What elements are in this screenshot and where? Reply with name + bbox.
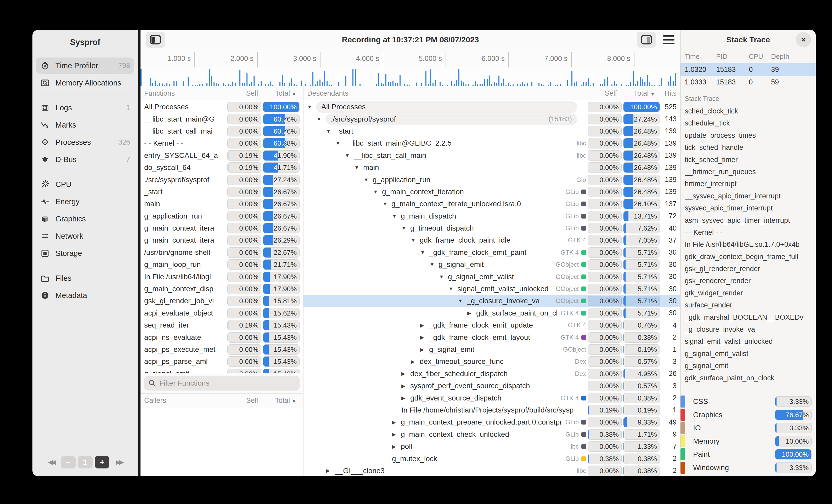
expander-closed-icon[interactable]: ▶: [326, 468, 335, 474]
tree-row[interactable]: ▼__libc_start_call_mainlibc0.00%0.00%26.…: [304, 149, 680, 162]
function-row[interactable]: __libc_start_main@G0.00%0.00%60.76%60.76…: [140, 113, 303, 125]
time-ruler[interactable]: 1.000 s2.000 s3.000 s4.000 s5.000 s6.000…: [140, 50, 680, 67]
tree-row[interactable]: ▼All Processes0.00%0.00%100.00%100.00%52…: [304, 101, 680, 113]
toggle-left-sidebar-button[interactable]: [146, 32, 165, 48]
function-row[interactable]: acpi_ps_parse_aml0.00%0.00%15.43%15.43%: [140, 356, 303, 368]
sidebar-item-time-profiler[interactable]: Time Profiler798: [36, 57, 134, 74]
expander-open-icon[interactable]: ▼: [392, 213, 401, 219]
stack-frame[interactable]: update_process_times: [685, 130, 812, 141]
expander-open-icon[interactable]: ▼: [364, 177, 372, 183]
stack-frame[interactable]: sched_clock_tick: [685, 105, 812, 117]
expander-open-icon[interactable]: ▼: [335, 140, 344, 146]
tree-row[interactable]: ▶dex_timeout_source_funcDex0.00%0.00%0.5…: [304, 356, 680, 368]
function-row[interactable]: All Processes0.00%0.00%100.00%100.00%: [140, 101, 303, 113]
sidebar-item-files[interactable]: Files: [36, 270, 134, 286]
tree-row[interactable]: ▶_gdk_frame_clock_emit_layoutGTK 40.00%0…: [304, 331, 680, 343]
tree-row[interactable]: ▼g_main_context_iterationGLib0.00%0.00%2…: [304, 186, 680, 198]
page-indicator[interactable]: 1: [78, 456, 93, 469]
close-icon[interactable]: ×: [796, 32, 811, 47]
descendants-self-label[interactable]: Self: [584, 89, 620, 97]
expander-open-icon[interactable]: ▼: [448, 286, 457, 292]
sidebar-item-marks[interactable]: Marks: [36, 117, 134, 133]
seek-backward-button[interactable]: ◀◀: [44, 456, 59, 469]
stack-frame[interactable]: gsk_gl_renderer_render: [685, 263, 812, 275]
toggle-right-panel-button[interactable]: [637, 32, 656, 48]
expander-closed-icon[interactable]: ▶: [392, 444, 401, 450]
expander-open-icon[interactable]: ▼: [326, 128, 335, 134]
callers-self-label[interactable]: Self: [226, 397, 261, 405]
zoom-in-button[interactable]: +: [95, 456, 109, 469]
column-label[interactable]: Depth: [771, 53, 800, 61]
stack-frame[interactable]: tick_sched_timer: [685, 154, 812, 166]
sample-row[interactable]: 1.032015183039: [680, 63, 816, 76]
sidebar-item-processes[interactable]: Processes326: [36, 134, 134, 150]
stack-frame[interactable]: surface_render: [685, 299, 812, 311]
tree-row[interactable]: ▼main0.00%0.00%26.48%26.48%139: [304, 162, 680, 174]
tree-row[interactable]: ▼g_signal_emitGObject0.00%0.00%5.71%5.71…: [304, 258, 680, 271]
expander-open-icon[interactable]: ▼: [373, 189, 382, 195]
column-label[interactable]: PID: [716, 53, 749, 61]
expander-open-icon[interactable]: ▼: [401, 225, 410, 231]
tree-row[interactable]: ▶gdk_surface_paint_on_clockGTK 40.00%0.0…: [304, 307, 680, 319]
function-row[interactable]: g_application_run0.00%0.00%26.67%26.67%: [140, 210, 303, 222]
stack-frame[interactable]: scheduler_tick: [685, 117, 812, 129]
expander-closed-icon[interactable]: ▶: [401, 395, 410, 401]
stack-frame[interactable]: In File /usr/lib64/libGL.so.1.7.0+0x4b: [685, 239, 812, 250]
stack-frame[interactable]: _g_closure_invoke_va: [685, 324, 812, 335]
tree-row[interactable]: ▶g_main_context_prepare_unlocked.part.0.…: [304, 416, 680, 428]
sample-row[interactable]: 1.033315183059: [680, 76, 816, 88]
function-row[interactable]: g_main_context_itera0.00%0.00%26.29%26.2…: [140, 234, 303, 246]
stack-frame[interactable]: g_signal_emit: [685, 360, 812, 372]
sidebar-item-metadata[interactable]: Metadata: [36, 287, 134, 304]
total-column-label[interactable]: Total▼: [261, 89, 300, 97]
filter-functions-input[interactable]: Filter Functions: [144, 376, 300, 391]
function-row[interactable]: seq_read_iter0.19%0.19%15.43%15.43%: [140, 319, 303, 331]
function-row[interactable]: _start0.00%0.00%26.67%26.67%: [140, 186, 303, 198]
main-menu-button[interactable]: [663, 35, 675, 44]
tree-row[interactable]: ▶dex_fiber_scheduler_dispatchDex0.00%0.0…: [304, 368, 680, 380]
expander-open-icon[interactable]: ▼: [383, 201, 391, 207]
column-label[interactable]: CPU: [749, 53, 771, 61]
tree-row[interactable]: ▼g_main_dispatchGLib0.00%0.00%13.71%13.7…: [304, 210, 680, 222]
stack-frame[interactable]: _gdk_marshal_BOOLEAN__BOXEDv: [685, 311, 812, 324]
expander-open-icon[interactable]: ▼: [458, 298, 467, 304]
stack-frame[interactable]: __sysvec_apic_timer_interrupt: [685, 190, 812, 202]
stack-frame[interactable]: __hrtimer_run_queues: [685, 166, 812, 178]
descendants-total-label[interactable]: Total▼: [620, 89, 658, 97]
function-row[interactable]: __libc_start_call_mai0.00%0.00%60.76%60.…: [140, 125, 303, 137]
tree-row[interactable]: ▼g_timeout_dispatchGLib0.00%0.00%7.62%7.…: [304, 222, 680, 234]
stack-frame[interactable]: asm_sysvec_apic_timer_interrupt: [685, 214, 812, 226]
callers-total-label[interactable]: Total▼: [261, 397, 300, 405]
tree-row[interactable]: ▼_g_closure_invoke_vaGObject0.00%0.00%5.…: [304, 295, 680, 307]
function-row[interactable]: g_signal_emit0.00%0.00%15.43%15.43%: [140, 368, 303, 373]
tree-row[interactable]: ▶g_signal_emitGObject0.00%0.00%0.19%0.19…: [304, 343, 680, 356]
sidebar-item-cpu[interactable]: CPU: [36, 176, 134, 192]
tree-row[interactable]: g_mutex_lockGLib0.38%0.38%0.38%0.38%2: [304, 452, 680, 465]
expander-closed-icon[interactable]: ▶: [392, 419, 401, 425]
self-column-label[interactable]: Self: [226, 89, 261, 97]
expander-open-icon[interactable]: ▼: [354, 165, 363, 170]
stack-frame[interactable]: - - Kernel - -: [685, 226, 812, 239]
tree-row[interactable]: ▶__GI___clone3libc0.00%0.00%0.38%0.38%2: [304, 465, 680, 476]
cpu-activity-chart[interactable]: [140, 67, 680, 86]
stack-frame[interactable]: sysvec_apic_timer_interrupt: [685, 202, 812, 214]
tree-row[interactable]: ▼./src/sysprof/sysprof(15183)0.00%0.00%2…: [304, 113, 680, 125]
function-row[interactable]: In File /usr/lib64/libgl0.00%0.00%17.90%…: [140, 271, 303, 283]
seek-forward-button[interactable]: ▶▶: [112, 456, 126, 469]
expander-open-icon[interactable]: ▼: [307, 104, 316, 110]
stack-frame[interactable]: signal_emit_valist_unlocked: [685, 335, 812, 347]
function-row[interactable]: acpi_ns_evaluate0.00%0.00%15.43%15.43%: [140, 331, 303, 343]
expander-closed-icon[interactable]: ▶: [420, 334, 429, 340]
expander-open-icon[interactable]: ▼: [411, 237, 420, 243]
hits-column-label[interactable]: Hits: [658, 89, 677, 97]
tree-row[interactable]: ▼g_application_runGio0.00%0.00%26.48%26.…: [304, 174, 680, 186]
tree-row[interactable]: ▼g_main_context_iterate_unlocked.isra.0G…: [304, 198, 680, 210]
function-row[interactable]: main0.00%0.00%26.67%26.67%: [140, 198, 303, 210]
sidebar-item-energy[interactable]: Energy: [36, 193, 134, 209]
function-row[interactable]: g_main_context_disp0.00%0.00%17.90%17.90…: [140, 283, 303, 295]
tree-row[interactable]: ▼__libc_start_main@GLIBC_2.2.5libc0.00%0…: [304, 137, 680, 149]
stack-frame[interactable]: gsk_renderer_render: [685, 275, 812, 287]
sidebar-item-logs[interactable]: Logs1: [36, 100, 134, 116]
expander-open-icon[interactable]: ▼: [439, 274, 448, 280]
tree-row[interactable]: ▶sysprof_perf_event_source_dispatch0.00%…: [304, 380, 680, 392]
